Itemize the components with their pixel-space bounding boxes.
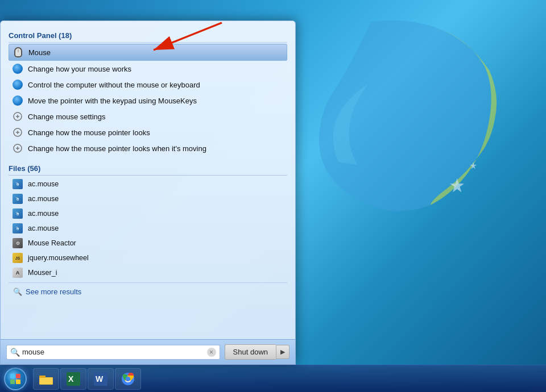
svg-rect-15 [10, 380, 15, 384]
menu-item-label-5: Change how the mouse pointer looks [28, 128, 150, 137]
mouse-icon [13, 47, 24, 58]
menu-content: Control Panel (18) Mouse Change how your… [1, 21, 295, 339]
menu-item-mouse[interactable]: Mouse [9, 44, 287, 61]
file-label-7: Mouser_i [28, 269, 57, 277]
file-icon-font: A [12, 267, 23, 278]
see-more-results[interactable]: 🔍 See more results [9, 282, 287, 301]
file-item-ac-mouse-2[interactable]: 🖱 ac.mouse [9, 191, 287, 206]
file-label-1: ac.mouse [28, 180, 59, 188]
word-icon: W [93, 371, 109, 387]
file-item-ac-mouse-1[interactable]: 🖱 ac.mouse [9, 177, 287, 191]
taskbar-item-chrome[interactable] [115, 368, 141, 390]
svg-rect-19 [40, 378, 52, 384]
file-icon-js: JS [12, 252, 23, 264]
menu-item-label-6: Change how the mouse pointer looks when … [28, 144, 206, 153]
wrench-icon-3 [12, 143, 23, 154]
menu-item-label-4: Change mouse settings [28, 112, 106, 121]
file-icon-reactor: ⚙ [12, 237, 23, 249]
search-icon-sm: 🔍 [13, 287, 22, 296]
file-label-6: jquery.mousewheel [28, 254, 89, 262]
control-panel-header: Control Panel (18) [9, 28, 287, 43]
menu-item-mouse-label: Mouse [28, 48, 51, 57]
search-icon: 🔍 [10, 348, 20, 357]
menu-item-label-2: Control the computer without the mouse o… [28, 81, 200, 89]
shutdown-arrow-button[interactable]: ▶ [276, 345, 289, 359]
menu-item-mouse-settings[interactable]: Change mouse settings [9, 109, 287, 124]
files-section: Files (56) 🖱 ac.mouse 🖱 ac.mouse [9, 161, 287, 280]
shutdown-button[interactable]: Shut down [225, 344, 276, 360]
menu-item-label-3: Move the pointer with the keypad using M… [28, 97, 197, 105]
explorer-icon [38, 371, 54, 387]
menu-item-change-mouse-works[interactable]: Change how your mouse works [9, 61, 287, 77]
start-menu: Control Panel (18) Mouse Change how your… [0, 20, 296, 365]
file-label-2: ac.mouse [28, 195, 59, 203]
menu-item-label: Change how your mouse works [28, 65, 131, 73]
file-item-ac-mouse-3[interactable]: 🖱 ac.mouse [9, 206, 287, 221]
menu-item-control-without-mouse[interactable]: Control the computer without the mouse o… [9, 77, 287, 93]
taskbar-item-explorer[interactable] [33, 368, 59, 390]
menu-bottom: 🔍 × Shut down ▶ [1, 339, 295, 364]
windows-orb [4, 368, 27, 390]
menu-item-pointer-moving[interactable]: Change how the mouse pointer looks when … [9, 140, 287, 156]
svg-text:W: W [96, 374, 104, 383]
file-item-mouse-reactor[interactable]: ⚙ Mouse Reactor [9, 236, 287, 251]
file-label-4: ac.mouse [28, 224, 59, 232]
shutdown-group: Shut down ▶ [225, 344, 289, 360]
file-icon-1: 🖱 [12, 178, 23, 190]
svg-point-26 [126, 377, 130, 381]
windows-logo [284, 11, 500, 216]
cp-icon-3 [12, 95, 23, 106]
excel-icon: X [65, 371, 81, 387]
search-box: 🔍 × [6, 345, 220, 360]
file-label-5: Mouse Reactor [28, 239, 76, 247]
desktop: Control Panel (18) Mouse Change how your… [0, 0, 546, 392]
wrench-icon-2 [12, 127, 23, 138]
svg-text:X: X [68, 374, 74, 383]
wrench-icon-1 [12, 111, 23, 122]
search-clear-button[interactable]: × [207, 348, 216, 357]
file-item-ac-mouse-4[interactable]: 🖱 ac.mouse [9, 221, 287, 236]
file-item-jquery[interactable]: JS jquery.mousewheel [9, 251, 287, 265]
file-icon-4: 🖱 [12, 223, 23, 234]
file-icon-2: 🖱 [12, 193, 23, 205]
svg-rect-13 [10, 374, 15, 378]
chrome-icon [120, 371, 136, 387]
taskbar-items: X W [31, 365, 546, 392]
see-more-label: See more results [26, 287, 81, 296]
search-input[interactable] [22, 348, 205, 356]
cp-icon-2 [12, 79, 23, 90]
svg-rect-18 [39, 376, 46, 378]
svg-rect-16 [16, 380, 20, 384]
taskbar: X W [0, 365, 546, 392]
file-icon-3: 🖱 [12, 208, 23, 219]
cp-icon-1 [12, 63, 23, 74]
taskbar-item-word[interactable]: W [88, 368, 114, 390]
menu-item-mousekeys[interactable]: Move the pointer with the keypad using M… [9, 93, 287, 109]
start-button[interactable] [0, 365, 31, 393]
windows-logo-small [9, 373, 22, 385]
taskbar-item-excel[interactable]: X [60, 368, 86, 390]
file-item-mouser-i[interactable]: A Mouser_i [9, 265, 287, 280]
menu-item-pointer-looks[interactable]: Change how the mouse pointer looks [9, 124, 287, 140]
files-header: Files (56) [9, 161, 287, 176]
file-label-3: ac.mouse [28, 210, 59, 218]
svg-rect-14 [16, 374, 20, 378]
